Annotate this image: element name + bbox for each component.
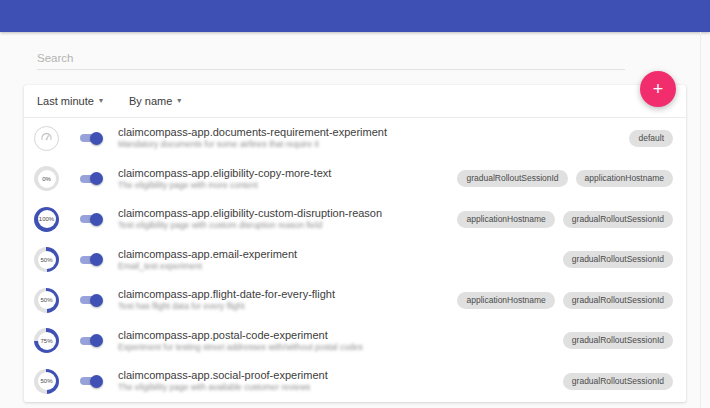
strategy-badges: gradualRolloutSessionId (563, 332, 673, 349)
rollout-percentage-ring: 50% (34, 288, 59, 313)
strategy-badge: default (629, 130, 673, 147)
rollout-percentage-ring: 50% (34, 369, 59, 394)
strategy-badge: gradualRolloutSessionId (563, 373, 673, 390)
rollout-percentage-label (40, 131, 53, 145)
feature-toggle-switch[interactable] (80, 172, 103, 186)
toggle-name: claimcompass-app.postal-code-experiment (118, 329, 363, 342)
chevron-down-icon: ▾ (177, 97, 181, 105)
rollout-percentage-ring: 100% (34, 207, 59, 232)
rollout-percentage-label: 75% (40, 338, 52, 344)
toggle-description: The eligibility page with more content (118, 180, 331, 191)
toggle-list-item[interactable]: 50% claimcompass-app.flight-date-for-eve… (24, 280, 686, 321)
rollout-percentage-label: 50% (40, 257, 52, 263)
feature-toggle-switch[interactable] (80, 212, 103, 226)
strategy-badge: gradualRolloutSessionId (457, 170, 567, 187)
rollout-percentage-ring (34, 126, 59, 151)
strategy-badge: applicationHostname (457, 292, 554, 309)
rollout-percentage-ring: 0% (34, 166, 59, 191)
search-field-wrap (37, 46, 625, 70)
strategy-badge: gradualRolloutSessionId (563, 332, 673, 349)
toggle-list: claimcompass-app.documents-requirement-e… (24, 118, 686, 402)
strategy-badges: default (629, 130, 673, 147)
rollout-percentage-label: 100% (39, 216, 54, 222)
strategy-badge: applicationHostname (576, 170, 673, 187)
strategy-badges: applicationHostnamegradualRolloutSession… (457, 211, 673, 228)
toggle-name: claimcompass-app.eligibility-copy-more-t… (118, 167, 331, 180)
feature-toggle-card: Last minute ▾ By name ▾ claimcompass-app… (24, 85, 686, 402)
rollout-percentage-label: 50% (40, 378, 52, 384)
toggle-name: claimcompass-app.eligibility-custom-disr… (118, 207, 382, 220)
strategy-badge: gradualRolloutSessionId (563, 211, 673, 228)
strategy-badge: gradualRolloutSessionId (563, 292, 673, 309)
toggle-name: claimcompass-app.flight-date-for-every-f… (118, 288, 335, 301)
strategy-badge: gradualRolloutSessionId (563, 251, 673, 268)
gauge-icon (40, 131, 53, 144)
scrollbar-track[interactable] (700, 32, 701, 408)
toggle-description: Experiment for testing street addresses … (118, 342, 363, 353)
feature-toggle-switch[interactable] (80, 253, 103, 267)
chevron-down-icon: ▾ (99, 97, 103, 105)
toggle-list-item[interactable]: claimcompass-app.documents-requirement-e… (24, 118, 686, 159)
toggle-list-item[interactable]: 100% claimcompass-app.eligibility-custom… (24, 199, 686, 240)
rollout-percentage-ring: 75% (34, 328, 59, 353)
group-dropdown[interactable]: By name ▾ (129, 95, 181, 107)
strategy-badge: applicationHostname (457, 211, 554, 228)
feature-toggle-switch[interactable] (80, 334, 103, 348)
feature-toggle-switch[interactable] (80, 131, 103, 145)
sort-dropdown-label: Last minute (37, 95, 94, 107)
toggle-list-item[interactable]: 75% claimcompass-app.postal-code-experim… (24, 321, 686, 362)
add-toggle-fab[interactable]: + (640, 71, 676, 107)
rollout-percentage-ring: 50% (34, 247, 59, 272)
search-input[interactable] (37, 46, 625, 70)
toggle-name: claimcompass-app.documents-requirement-e… (118, 126, 387, 139)
toggle-description: The eligibility page with available cust… (118, 382, 328, 393)
filter-bar: Last minute ▾ By name ▾ (24, 85, 686, 118)
toggle-description: Test has flight data for every flight (118, 301, 335, 312)
toggle-name: claimcompass-app.social-proof-experiment (118, 369, 328, 382)
sort-dropdown[interactable]: Last minute ▾ (37, 95, 103, 107)
feature-toggle-switch[interactable] (80, 374, 103, 388)
strategy-badges: gradualRolloutSessionId (563, 373, 673, 390)
toggle-list-item[interactable]: 0% claimcompass-app.eligibility-copy-mor… (24, 159, 686, 200)
group-dropdown-label: By name (129, 95, 172, 107)
toggle-list-item[interactable]: 50% claimcompass-app.social-proof-experi… (24, 361, 686, 402)
feature-toggle-switch[interactable] (80, 293, 103, 307)
rollout-percentage-label: 0% (42, 176, 51, 182)
toggle-name: claimcompass-app.email-experiment (118, 248, 297, 261)
strategy-badges: gradualRolloutSessionIdapplicationHostna… (457, 170, 673, 187)
toggle-list-item[interactable]: 50% claimcompass-app.email-experiment Em… (24, 240, 686, 281)
rollout-percentage-label: 50% (40, 297, 52, 303)
toggle-description: Mandatory documents for some airlines th… (118, 139, 387, 150)
app-header-bar (0, 0, 710, 32)
strategy-badges: gradualRolloutSessionId (563, 251, 673, 268)
toggle-description: Email_test experiment (118, 261, 297, 272)
strategy-badges: applicationHostnamegradualRolloutSession… (457, 292, 673, 309)
toggle-description: Test eligibility page with custom disrup… (118, 220, 382, 231)
